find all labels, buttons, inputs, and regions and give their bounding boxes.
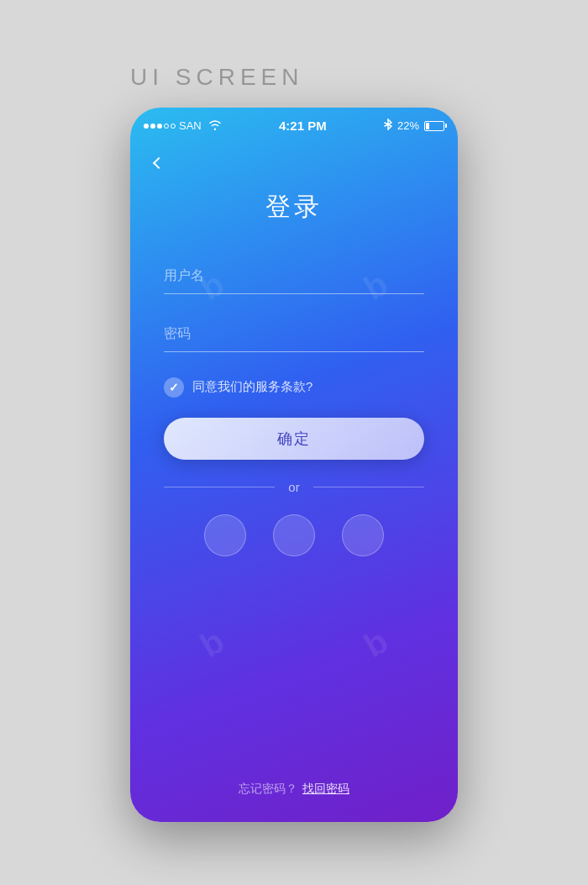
agree-row: ✓ 同意我们的服务条款? [164, 377, 424, 398]
username-input[interactable] [164, 258, 424, 294]
password-input[interactable] [164, 316, 424, 352]
content-area: 登录 ✓ 同意我们的服务条款? 确定 or [130, 182, 458, 822]
recover-link[interactable]: 找回密码 [302, 782, 349, 797]
bluetooth-icon [384, 119, 392, 133]
page-wrapper: UI SCREEN b b b b SAN [130, 64, 458, 822]
confirm-button[interactable]: 确定 [164, 418, 424, 460]
status-left: SAN [144, 119, 222, 133]
agree-checkbox[interactable]: ✓ [164, 377, 184, 398]
dot-4 [164, 124, 169, 129]
nav-bar [130, 145, 458, 182]
or-divider: or [164, 480, 424, 494]
agree-label: 同意我们的服务条款? [192, 379, 312, 395]
signal-dots [144, 124, 176, 129]
battery-icon [424, 121, 444, 131]
status-bar: SAN 4:21 PM 22% [130, 108, 458, 145]
back-chevron-icon [153, 156, 165, 168]
password-group [164, 316, 424, 352]
dot-3 [157, 124, 162, 129]
social-icon-wechat[interactable] [204, 514, 246, 556]
forgot-row: 忘记密码？ 找回密码 [239, 782, 349, 797]
wifi-icon [208, 119, 222, 133]
login-title: 登录 [265, 190, 323, 224]
checkmark-icon: ✓ [169, 381, 179, 394]
forgot-label: 忘记密码？ [239, 782, 297, 797]
social-icons [204, 514, 384, 556]
phone-frame: b b b b SAN [130, 108, 458, 822]
dot-1 [144, 124, 149, 129]
battery-percent: 22% [397, 119, 419, 132]
dot-2 [150, 124, 155, 129]
username-group [164, 258, 424, 294]
status-right: 22% [384, 119, 444, 133]
status-time: 4:21 PM [279, 119, 327, 133]
divider-right [313, 487, 424, 487]
dot-5 [171, 124, 176, 129]
divider-left [164, 487, 275, 487]
social-icon-qq[interactable] [273, 514, 315, 556]
battery-fill [426, 123, 429, 129]
social-icon-weibo[interactable] [342, 514, 384, 556]
back-button[interactable] [144, 150, 171, 176]
or-text: or [288, 480, 299, 494]
carrier-label: SAN [179, 119, 202, 132]
outer-title: UI SCREEN [130, 64, 458, 91]
